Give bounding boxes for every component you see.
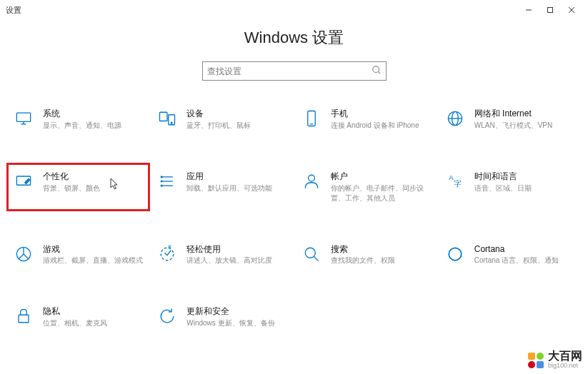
network-icon	[444, 108, 466, 129]
tile-desc: 查找我的文件、权限	[331, 256, 395, 266]
tile-desc: Cortana 语言、权限、通知	[474, 256, 559, 266]
tile-text: 时间和语言语音、区域、日期	[474, 171, 532, 193]
tile-desc: 游戏栏、截屏、直播、游戏模式	[43, 256, 143, 266]
time-icon: A字	[444, 171, 466, 192]
svg-rect-1	[548, 8, 553, 13]
tile-apps[interactable]: 应用卸载、默认应用、可选功能	[154, 166, 290, 208]
tile-title: 系统	[43, 108, 121, 120]
update-icon	[156, 305, 178, 327]
search-box[interactable]	[202, 61, 387, 81]
search-icon	[372, 65, 382, 77]
accounts-icon	[301, 171, 322, 192]
tile-title: 轻松使用	[186, 243, 272, 256]
tile-desc: 显示、声音、通知、电源	[43, 121, 121, 131]
tile-text: 帐户你的帐户、电子邮件、同步设置、工作、其他人员	[331, 171, 432, 203]
tile-text: 个性化背景、锁屏、颜色	[43, 171, 100, 193]
personalize-icon	[13, 171, 34, 192]
tile-title: 帐户	[331, 171, 432, 183]
titlebar: 设置	[0, 0, 588, 20]
tile-system[interactable]: 系统显示、声音、通知、电源	[10, 103, 146, 135]
svg-point-11	[171, 122, 173, 123]
tile-title: Cortana	[474, 243, 559, 256]
tile-text: CortanaCortana 语言、权限、通知	[474, 243, 559, 266]
privacy-icon	[13, 305, 34, 327]
phone-icon	[301, 108, 322, 129]
tile-title: 隐私	[43, 305, 107, 318]
tile-text: 设备蓝牙、打印机、鼠标	[186, 108, 251, 131]
svg-point-29	[305, 248, 315, 258]
tile-text: 应用卸载、默认应用、可选功能	[186, 171, 272, 193]
svg-text:A: A	[449, 173, 454, 181]
tile-desc: 卸载、默认应用、可选功能	[186, 183, 272, 193]
tile-desc: WLAN、飞行模式、VPN	[474, 121, 552, 131]
settings-grid: 系统显示、声音、通知、电源设备蓝牙、打印机、鼠标手机连接 Android 设备和…	[0, 103, 588, 333]
watermark-sub: big100.net	[548, 362, 582, 370]
svg-rect-32	[19, 315, 29, 323]
tile-devices[interactable]: 设备蓝牙、打印机、鼠标	[154, 103, 290, 135]
system-icon	[13, 108, 34, 129]
tile-desc: 语音、区域、日期	[474, 183, 532, 193]
tile-accounts[interactable]: 帐户你的帐户、电子邮件、同步设置、工作、其他人员	[298, 166, 434, 208]
tile-title: 搜索	[331, 243, 395, 256]
tile-time[interactable]: A字时间和语言语音、区域、日期	[442, 166, 578, 208]
ease-icon	[156, 243, 178, 265]
page-header: Windows 设置	[0, 27, 588, 49]
svg-point-4	[372, 66, 379, 73]
tile-text: 更新和安全Windows 更新、恢复、备份	[186, 305, 274, 328]
svg-point-21	[161, 176, 163, 178]
tile-text: 网络和 InternetWLAN、飞行模式、VPN	[474, 108, 552, 131]
watermark-text: 大百网 big100.net	[548, 350, 582, 370]
svg-point-28	[161, 248, 174, 261]
apps-icon	[156, 171, 178, 192]
devices-icon	[156, 108, 178, 129]
tile-title: 手机	[331, 108, 419, 120]
maximize-button[interactable]	[539, 1, 561, 19]
tile-search[interactable]: 搜索查找我的文件、权限	[298, 239, 434, 271]
search-input[interactable]	[207, 66, 372, 76]
cortana-icon	[444, 243, 466, 265]
svg-point-31	[449, 248, 462, 261]
svg-line-5	[378, 72, 380, 74]
watermark: 大百网 big100.net	[528, 350, 582, 370]
tile-gaming[interactable]: 游戏游戏栏、截屏、直播、游戏模式	[10, 239, 146, 271]
minimize-button[interactable]	[518, 1, 539, 19]
svg-rect-9	[160, 112, 168, 121]
tile-title: 应用	[186, 171, 272, 183]
page-title: Windows 设置	[0, 27, 588, 49]
window-title: 设置	[6, 5, 21, 16]
svg-point-22	[161, 181, 163, 182]
tile-title: 更新和安全	[186, 305, 274, 318]
tile-update[interactable]: 更新和安全Windows 更新、恢复、备份	[154, 301, 290, 333]
tile-ease[interactable]: 轻松使用讲述人、放大镜、高对比度	[154, 239, 290, 271]
watermark-logo-icon	[528, 353, 544, 368]
tile-desc: 蓝牙、打印机、鼠标	[186, 121, 251, 131]
tile-title: 设备	[186, 108, 251, 120]
window-controls	[518, 1, 582, 19]
tile-title: 游戏	[43, 243, 143, 256]
tile-desc: 你的帐户、电子邮件、同步设置、工作、其他人员	[331, 183, 432, 203]
tile-text: 隐私位置、相机、麦克风	[43, 305, 107, 328]
svg-point-23	[161, 185, 163, 186]
gaming-icon	[13, 243, 34, 265]
svg-text:字: 字	[454, 179, 462, 188]
tile-text: 游戏游戏栏、截屏、直播、游戏模式	[43, 243, 143, 266]
close-button[interactable]	[561, 1, 582, 19]
tile-desc: 讲述人、放大镜、高对比度	[186, 256, 272, 266]
svg-rect-6	[16, 113, 30, 121]
tile-title: 个性化	[43, 171, 100, 183]
tile-cortana[interactable]: CortanaCortana 语言、权限、通知	[442, 239, 578, 271]
tile-text: 系统显示、声音、通知、电源	[43, 108, 121, 131]
tile-desc: Windows 更新、恢复、备份	[186, 318, 274, 328]
svg-point-24	[308, 175, 314, 181]
tile-phone[interactable]: 手机连接 Android 设备和 iPhone	[298, 103, 434, 135]
tile-text: 手机连接 Android 设备和 iPhone	[331, 108, 419, 131]
svg-line-30	[314, 256, 318, 261]
tile-desc: 位置、相机、麦克风	[43, 318, 107, 328]
tile-desc: 连接 Android 设备和 iPhone	[331, 121, 419, 131]
search-icon	[301, 243, 322, 265]
tile-privacy[interactable]: 隐私位置、相机、麦克风	[10, 301, 146, 333]
tile-personalize[interactable]: 个性化背景、锁屏、颜色	[10, 166, 146, 208]
tile-text: 轻松使用讲述人、放大镜、高对比度	[186, 243, 272, 266]
watermark-main: 大百网	[548, 350, 582, 362]
tile-network[interactable]: 网络和 InternetWLAN、飞行模式、VPN	[442, 103, 578, 135]
